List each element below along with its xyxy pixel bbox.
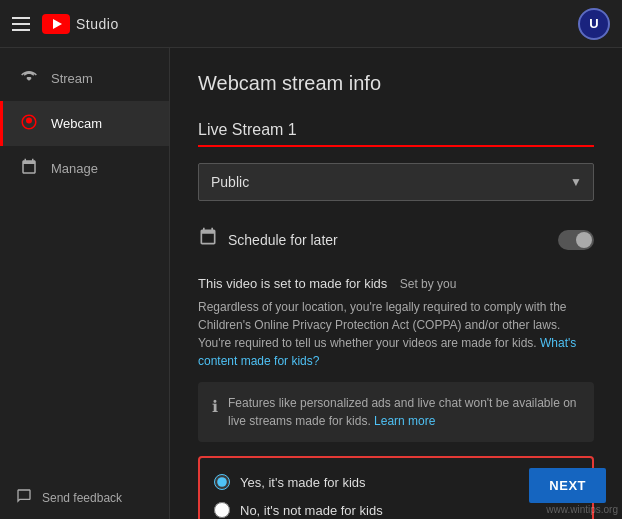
radio-yes-kids-label: Yes, it's made for kids — [240, 475, 366, 490]
radio-no-kids-input[interactable] — [214, 502, 230, 518]
feedback-icon — [16, 488, 32, 507]
calendar-icon — [198, 227, 218, 252]
sidebar-item-stream-label: Stream — [51, 71, 93, 86]
main-layout: Stream Webcam Manage — [0, 48, 622, 519]
visibility-dropdown-wrapper: Public Unlisted Private ▼ — [198, 163, 594, 201]
kids-notice-body: Regardless of your location, you're lega… — [198, 298, 594, 370]
feedback-label: Send feedback — [42, 491, 122, 505]
info-box: ℹ Features like personalized ads and liv… — [198, 382, 594, 442]
kids-notice: This video is set to made for kids Set b… — [198, 274, 594, 370]
radio-yes-kids[interactable]: Yes, it's made for kids — [214, 468, 578, 496]
set-by-you-label: Set by you — [400, 277, 457, 291]
stream-title-input[interactable] — [198, 115, 594, 147]
sidebar-item-webcam[interactable]: Webcam — [0, 101, 169, 146]
top-bar: Studio U — [0, 0, 622, 48]
page-title: Webcam stream info — [198, 72, 594, 95]
manage-icon — [19, 158, 39, 179]
schedule-toggle[interactable] — [558, 230, 594, 250]
sidebar-item-stream[interactable]: Stream — [0, 56, 169, 101]
next-button-area: NEXT — [529, 468, 606, 503]
sidebar-item-manage[interactable]: Manage — [0, 146, 169, 191]
sidebar-item-webcam-label: Webcam — [51, 116, 102, 131]
next-button[interactable]: NEXT — [529, 468, 606, 503]
hamburger-menu[interactable] — [12, 17, 30, 31]
stream-title-field — [198, 115, 594, 147]
watermark: www.wintips.org — [546, 504, 618, 515]
info-box-link[interactable]: Learn more — [374, 414, 435, 428]
radio-no-kids-label: No, it's not made for kids — [240, 503, 383, 518]
schedule-row: Schedule for later — [198, 217, 594, 262]
sidebar-item-manage-label: Manage — [51, 161, 98, 176]
radio-no-kids[interactable]: No, it's not made for kids — [214, 496, 578, 519]
svg-point-2 — [26, 118, 32, 124]
kids-notice-title-row: This video is set to made for kids Set b… — [198, 274, 594, 292]
sidebar-nav: Stream Webcam Manage — [0, 56, 169, 191]
radio-yes-kids-input[interactable] — [214, 474, 230, 490]
kids-notice-title: This video is set to made for kids — [198, 276, 387, 291]
youtube-icon — [42, 14, 70, 34]
schedule-label: Schedule for later — [228, 232, 548, 248]
send-feedback[interactable]: Send feedback — [0, 476, 169, 519]
info-icon: ℹ — [212, 395, 218, 419]
avatar[interactable]: U — [578, 8, 610, 40]
toggle-knob — [576, 232, 592, 248]
studio-label: Studio — [76, 16, 119, 32]
sidebar: Stream Webcam Manage — [0, 48, 170, 519]
webcam-icon — [19, 113, 39, 134]
visibility-select[interactable]: Public Unlisted Private — [198, 163, 594, 201]
content-area: Webcam stream info Public Unlisted Priva… — [170, 48, 622, 519]
logo-area: Studio — [42, 14, 119, 34]
stream-icon — [19, 68, 39, 89]
info-box-text: Features like personalized ads and live … — [228, 394, 580, 430]
